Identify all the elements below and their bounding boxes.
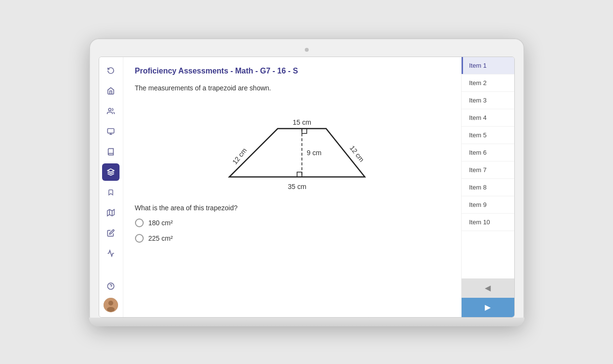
- sidebar-icon-edit[interactable]: [102, 224, 120, 242]
- question-description: The measurements of a trapezoid are show…: [135, 84, 449, 92]
- item-panel: Item 1 Item 2 Item 3 Item 4 Item 5 Item …: [461, 57, 514, 317]
- svg-rect-20: [297, 172, 302, 177]
- nav-buttons: ◀ ▶: [462, 278, 514, 317]
- svg-point-0: [108, 108, 111, 111]
- laptop-screen: Proficiency Assessments - Math - G7 - 16…: [99, 57, 515, 318]
- prev-icon: ◀: [485, 283, 491, 292]
- laptop-outer: Proficiency Assessments - Math - G7 - 16…: [89, 38, 524, 326]
- sidebar-icon-monitor[interactable]: [102, 123, 120, 140]
- item-btn-4[interactable]: Item 4: [462, 109, 514, 127]
- svg-text:9 cm: 9 cm: [307, 149, 321, 157]
- next-icon: ▶: [485, 303, 491, 312]
- sidebar-icon-users[interactable]: [102, 102, 120, 120]
- sidebar-icon-help[interactable]: [102, 277, 120, 295]
- item-btn-8[interactable]: Item 8: [462, 179, 514, 196]
- diagram-area: 15 cm 12 cm 12 cm 35 cm 9 cm: [135, 100, 449, 196]
- page-title: Proficiency Assessments - Math - G7 - 16…: [135, 67, 449, 75]
- prev-button[interactable]: ◀: [462, 278, 514, 298]
- radio-1[interactable]: [135, 218, 144, 227]
- avatar[interactable]: [104, 298, 118, 312]
- sidebar-icon-bookmark[interactable]: [102, 184, 120, 201]
- svg-point-10: [108, 301, 113, 306]
- item-btn-10[interactable]: Item 10: [462, 214, 514, 231]
- svg-rect-19: [302, 129, 307, 133]
- sidebar-icon-chart[interactable]: [102, 245, 120, 262]
- svg-text:12 cm: 12 cm: [231, 146, 248, 165]
- radio-2[interactable]: [135, 234, 144, 243]
- laptop-base: [89, 318, 524, 326]
- answer-label-2: 225 cm²: [149, 234, 173, 242]
- svg-rect-1: [107, 129, 114, 133]
- sidebar-icon-book[interactable]: [102, 143, 120, 160]
- answer-section: What is the area of this trapezoid? 180 …: [135, 204, 449, 243]
- answer-label-1: 180 cm²: [149, 219, 173, 227]
- svg-text:35 cm: 35 cm: [287, 183, 306, 190]
- sidebar-icon-assessment[interactable]: [102, 163, 120, 181]
- sidebar: [99, 57, 123, 317]
- item-list: Item 1 Item 2 Item 3 Item 4 Item 5 Item …: [462, 57, 514, 278]
- laptop-camera: [305, 48, 309, 52]
- answer-option-2[interactable]: 225 cm²: [135, 234, 449, 243]
- answer-question: What is the area of this trapezoid?: [135, 204, 449, 212]
- sidebar-icon-home[interactable]: [102, 82, 120, 100]
- svg-marker-4: [107, 209, 115, 216]
- item-btn-6[interactable]: Item 6: [462, 144, 514, 161]
- item-btn-3[interactable]: Item 3: [462, 92, 514, 109]
- item-btn-1[interactable]: Item 1: [462, 57, 514, 74]
- main-content: Proficiency Assessments - Math - G7 - 16…: [123, 57, 461, 317]
- item-btn-2[interactable]: Item 2: [462, 74, 514, 92]
- sidebar-icon-refresh[interactable]: [102, 62, 120, 79]
- svg-point-11: [107, 307, 115, 312]
- svg-text:15 cm: 15 cm: [292, 118, 311, 126]
- answer-option-1[interactable]: 180 cm²: [135, 218, 449, 227]
- item-btn-5[interactable]: Item 5: [462, 127, 514, 144]
- next-button[interactable]: ▶: [462, 298, 514, 317]
- item-btn-9[interactable]: Item 9: [462, 196, 514, 214]
- sidebar-icon-map[interactable]: [102, 204, 120, 221]
- item-btn-7[interactable]: Item 7: [462, 161, 514, 179]
- svg-marker-12: [229, 129, 365, 177]
